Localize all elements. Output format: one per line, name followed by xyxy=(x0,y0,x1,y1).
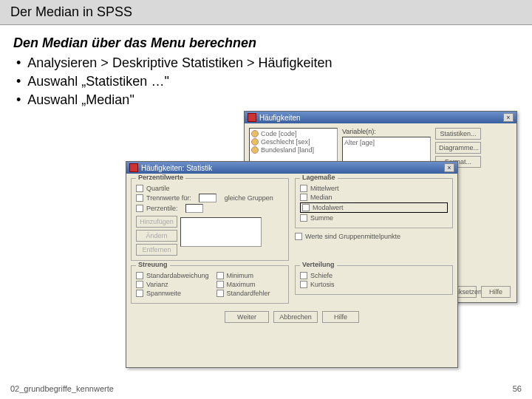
perzentile-input[interactable] xyxy=(185,204,203,213)
slide-footer: 02_grundbegriffe_kennwerte 56 xyxy=(10,384,522,393)
chk-modalwert[interactable]: Modalwert xyxy=(300,202,448,213)
group-lagemasse: Lagemaße Mittelwert Median Modalwert Sum… xyxy=(295,178,453,228)
chk-stderr[interactable]: Standardfehler xyxy=(216,290,270,297)
chk-median[interactable]: Median xyxy=(300,194,448,201)
slide-title: Der Median in SPSS xyxy=(0,0,532,25)
chk-trennwerte[interactable]: Trennwerte für: gleiche Gruppen xyxy=(136,194,284,202)
close-icon[interactable]: × xyxy=(503,113,514,122)
var-item: Geschlecht [sex] xyxy=(261,138,310,146)
legend-lage: Lagemaße xyxy=(300,174,338,181)
legend-streuung: Streuung xyxy=(136,261,170,268)
group-perzentilwerte: Perzentilwerte Quartile Trennwerte für: … xyxy=(131,178,289,261)
chk-max[interactable]: Maximum xyxy=(216,281,270,288)
dialog1-title: Häufigkeiten xyxy=(259,114,301,122)
hilfe-button[interactable]: Hilfe xyxy=(322,311,359,323)
abbrechen-button[interactable]: Abbrechen xyxy=(273,311,318,323)
trennwerte-input[interactable] xyxy=(199,194,216,202)
slide-content: Den Median über das Menu berechnen • Ana… xyxy=(0,25,532,110)
chk-summe[interactable]: Summe xyxy=(300,214,448,222)
weiter-button[interactable]: Weiter xyxy=(225,311,269,323)
hinzufuegen-button[interactable]: Hinzufügen xyxy=(136,216,177,228)
chk-gruppenmittelpunkte[interactable]: Werte sind Gruppenmittelpunkte xyxy=(295,233,453,240)
chk-perzentile[interactable]: Perzentile: xyxy=(136,204,284,213)
var-item: Bundesland [land] xyxy=(261,146,314,154)
aendern-button[interactable]: Ändern xyxy=(136,230,177,242)
help-button[interactable]: Hilfe xyxy=(481,286,511,298)
entfernen-button[interactable]: Entfernen xyxy=(136,244,177,256)
chk-varianz[interactable]: Varianz xyxy=(136,281,209,288)
dialog2-titlebar[interactable]: Häufigkeiten: Statistik × xyxy=(126,162,457,174)
bullet-1: Analysieren > Deskriptive Statistiken > … xyxy=(27,55,332,70)
var-item: Code [code] xyxy=(261,130,297,137)
legend-verteilung: Verteilung xyxy=(300,261,337,268)
chk-spannweite[interactable]: Spannweite xyxy=(136,290,209,297)
chk-kurtosis[interactable]: Kurtosis xyxy=(300,281,448,288)
chk-mittelwert[interactable]: Mittelwert xyxy=(300,185,448,192)
page-number: 56 xyxy=(513,384,522,393)
group-verteilung: Verteilung Schiefe Kurtosis xyxy=(295,265,453,295)
chk-schiefe[interactable]: Schiefe xyxy=(300,272,448,279)
dialog1-titlebar[interactable]: Häufigkeiten × xyxy=(245,112,516,123)
group-streuung: Streuung Standardabweichung Varianz Span… xyxy=(131,265,289,304)
dialog-statistik: Häufigkeiten: Statistik × Perzentilwerte… xyxy=(126,161,458,368)
close-icon[interactable]: × xyxy=(444,163,454,172)
statistiken-button[interactable]: Statistiken... xyxy=(435,128,481,140)
footer-left: 02_grundbegriffe_kennwerte xyxy=(10,384,114,393)
bullet-3: Auswahl „Median" xyxy=(27,92,134,107)
app-icon xyxy=(129,163,138,172)
dialog2-title: Häufigkeiten: Statistik xyxy=(141,164,212,172)
legend-perzentile: Perzentilwerte xyxy=(136,174,185,181)
slide-heading: Den Median über das Menu berechnen xyxy=(13,35,519,51)
var-item: Alter [age] xyxy=(344,139,375,146)
perzentile-listbox[interactable] xyxy=(180,217,262,247)
chk-quartile[interactable]: Quartile xyxy=(136,185,284,192)
diagramme-button[interactable]: Diagramme... xyxy=(435,142,481,154)
target-label: Variable(n): xyxy=(342,128,431,135)
bullet-list: • Analysieren > Deskriptive Statistiken … xyxy=(13,54,519,110)
chk-min[interactable]: Minimum xyxy=(216,272,270,279)
chk-std[interactable]: Standardabweichung xyxy=(136,272,209,279)
app-icon xyxy=(248,113,256,122)
bullet-2: Auswahl „Statistiken …" xyxy=(27,74,168,89)
